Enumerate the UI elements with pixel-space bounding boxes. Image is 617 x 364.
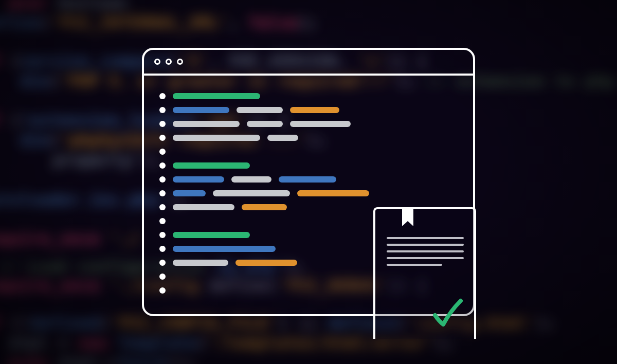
editor-window-illustration	[142, 48, 475, 316]
code-token-blue	[173, 107, 229, 113]
line-bullet-icon	[159, 274, 166, 280]
document-text-lines	[387, 237, 463, 266]
line-bullet-icon	[159, 176, 166, 183]
line-bullet-icon	[159, 107, 166, 113]
document-text-line	[387, 237, 464, 239]
line-bullet-icon	[159, 121, 166, 127]
code-token-green	[173, 232, 250, 238]
code-line	[159, 186, 458, 200]
code-token-gray	[231, 176, 271, 183]
code-token-blue	[173, 190, 206, 196]
code-token-orange	[242, 204, 287, 210]
code-token-blue	[173, 246, 276, 252]
code-token-gray	[290, 121, 351, 127]
code-line	[159, 117, 458, 131]
bookmark-icon	[402, 207, 413, 226]
code-token-orange	[297, 190, 369, 196]
code-token-orange	[290, 107, 339, 113]
illustration-stage	[0, 0, 617, 364]
code-token-gray	[267, 135, 298, 141]
line-bullet-icon	[159, 232, 166, 238]
line-bullet-icon	[159, 149, 166, 155]
code-token-gray	[213, 190, 290, 196]
code-line	[159, 89, 458, 103]
line-bullet-icon	[159, 162, 166, 169]
line-bullet-icon	[159, 260, 166, 266]
code-token-gray	[173, 204, 234, 210]
window-titlebar	[144, 50, 473, 76]
line-bullet-icon	[159, 204, 166, 210]
window-control-icon	[154, 59, 160, 65]
line-bullet-icon	[159, 218, 166, 224]
code-line	[159, 103, 458, 117]
document-card	[373, 207, 476, 339]
line-bullet-icon	[159, 246, 166, 252]
code-token-green	[173, 162, 250, 169]
code-token-gray	[173, 135, 260, 141]
code-token-blue	[173, 176, 224, 183]
line-bullet-icon	[159, 287, 166, 294]
code-token-blue	[279, 176, 336, 183]
window-control-icon	[166, 59, 172, 65]
code-token-green	[173, 93, 260, 99]
line-bullet-icon	[159, 190, 166, 196]
line-bullet-icon	[159, 93, 166, 99]
line-bullet-icon	[159, 135, 166, 141]
code-line	[159, 172, 458, 186]
document-text-line	[387, 257, 464, 259]
code-token-gray	[173, 260, 228, 266]
code-token-orange	[235, 260, 297, 266]
document-text-line	[387, 250, 464, 252]
window-control-icon	[177, 59, 183, 65]
code-line	[159, 158, 458, 172]
code-token-gray	[173, 121, 240, 127]
document-text-line	[387, 264, 442, 266]
checkmark-icon	[430, 296, 466, 332]
code-line	[159, 144, 458, 158]
document-text-line	[387, 244, 464, 246]
code-token-gray	[247, 121, 283, 127]
code-token-gray	[237, 107, 283, 113]
code-line	[159, 131, 458, 144]
